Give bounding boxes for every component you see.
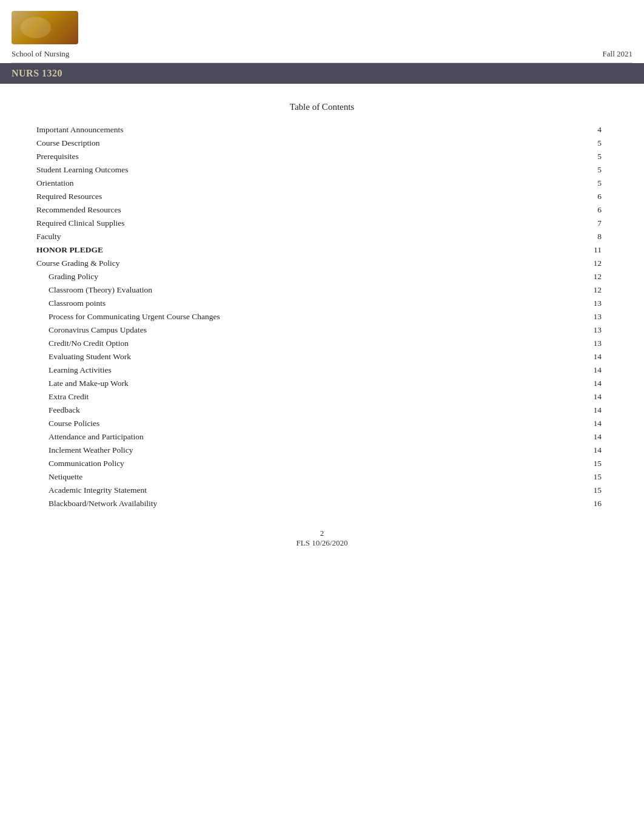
toc-row: Required Resources6 [36, 190, 608, 203]
toc-row: Learning Activities14 [36, 363, 608, 377]
header: School of Nursing Fall 2021 [0, 0, 644, 63]
toc-item-label: Required Resources [36, 190, 522, 203]
toc-row: Course Policies14 [36, 417, 608, 430]
toc-item-label: Academic Integrity Statement [36, 484, 522, 497]
toc-item-page: 7 [522, 217, 608, 230]
toc-item-page: 11 [522, 243, 608, 257]
toc-item-label: Coronavirus Campus Updates [36, 323, 522, 337]
page: School of Nursing Fall 2021 NURS 1320 Ta… [0, 0, 644, 835]
toc-item-label: Classroom points [36, 297, 522, 310]
toc-item-label: Course Description [36, 137, 522, 150]
toc-row: Communication Policy15 [36, 457, 608, 470]
toc-item-label: Blackboard/Network Availability [36, 497, 522, 510]
toc-item-page: 5 [522, 150, 608, 163]
toc-item-label: Required Clinical Supplies [36, 217, 522, 230]
toc-row: Course Grading & Policy12 [36, 257, 608, 270]
toc-table: Important Announcements4Course Descripti… [36, 123, 608, 510]
toc-row: Extra Credit14 [36, 390, 608, 404]
toc-item-page: 14 [522, 430, 608, 444]
toc-item-label: Student Learning Outcomes [36, 163, 522, 177]
toc-item-page: 5 [522, 177, 608, 190]
toc-row: HONOR PLEDGE11 [36, 243, 608, 257]
toc-item-label: Late and Make-up Work [36, 377, 522, 390]
toc-item-page: 14 [522, 377, 608, 390]
toc-row: Recommended Resources6 [36, 203, 608, 217]
toc-item-page: 15 [522, 457, 608, 470]
main-content: Table of Contents Important Announcement… [0, 84, 644, 584]
toc-item-page: 14 [522, 363, 608, 377]
toc-item-page: 12 [522, 270, 608, 283]
toc-item-page: 14 [522, 404, 608, 417]
toc-row: Classroom (Theory) Evaluation12 [36, 283, 608, 297]
toc-item-label: Course Grading & Policy [36, 257, 522, 270]
toc-item-page: 14 [522, 417, 608, 430]
toc-row: Classroom points13 [36, 297, 608, 310]
toc-item-page: 13 [522, 337, 608, 350]
school-name: School of Nursing [12, 49, 69, 59]
toc-item-label: Process for Communicating Urgent Course … [36, 310, 522, 323]
toc-item-label: Feedback [36, 404, 522, 417]
toc-row: Netiquette15 [36, 470, 608, 484]
toc-item-label: Orientation [36, 177, 522, 190]
toc-title: Table of Contents [36, 102, 608, 112]
toc-item-page: 6 [522, 203, 608, 217]
semester: Fall 2021 [603, 49, 632, 59]
toc-row: Feedback14 [36, 404, 608, 417]
toc-row: Coronavirus Campus Updates13 [36, 323, 608, 337]
footer-page-number: 2 [36, 529, 608, 538]
footer: 2 FLS 10/26/2020 [36, 529, 608, 560]
toc-item-label: Prerequisites [36, 150, 522, 163]
footer-label: FLS 10/26/2020 [36, 538, 608, 548]
toc-item-page: 15 [522, 470, 608, 484]
toc-row: Required Clinical Supplies7 [36, 217, 608, 230]
course-banner: NURS 1320 [0, 63, 644, 84]
toc-row: Blackboard/Network Availability16 [36, 497, 608, 510]
toc-item-page: 12 [522, 283, 608, 297]
toc-item-label: HONOR PLEDGE [36, 243, 522, 257]
toc-item-page: 15 [522, 484, 608, 497]
toc-item-page: 13 [522, 323, 608, 337]
toc-item-label: Learning Activities [36, 363, 522, 377]
toc-item-page: 5 [522, 163, 608, 177]
toc-item-label: Communication Policy [36, 457, 522, 470]
toc-item-label: Inclement Weather Policy [36, 444, 522, 457]
toc-item-label: Faculty [36, 230, 522, 243]
toc-item-label: Extra Credit [36, 390, 522, 404]
toc-item-page: 4 [522, 123, 608, 137]
course-code: NURS 1320 [12, 68, 62, 78]
toc-item-label: Classroom (Theory) Evaluation [36, 283, 522, 297]
toc-item-label: Evaluating Student Work [36, 350, 522, 363]
toc-row: Academic Integrity Statement15 [36, 484, 608, 497]
toc-row: Course Description5 [36, 137, 608, 150]
toc-item-page: 14 [522, 350, 608, 363]
toc-row: Orientation5 [36, 177, 608, 190]
toc-row: Credit/No Credit Option13 [36, 337, 608, 350]
university-logo [12, 11, 78, 44]
toc-item-page: 14 [522, 444, 608, 457]
toc-item-page: 8 [522, 230, 608, 243]
header-meta: School of Nursing Fall 2021 [12, 49, 632, 63]
toc-item-page: 14 [522, 390, 608, 404]
toc-item-page: 13 [522, 297, 608, 310]
toc-row: Evaluating Student Work14 [36, 350, 608, 363]
toc-item-page: 16 [522, 497, 608, 510]
toc-item-page: 5 [522, 137, 608, 150]
toc-row: Student Learning Outcomes5 [36, 163, 608, 177]
toc-item-page: 6 [522, 190, 608, 203]
toc-item-page: 12 [522, 257, 608, 270]
toc-row: Prerequisites5 [36, 150, 608, 163]
toc-row: Faculty8 [36, 230, 608, 243]
toc-row: Process for Communicating Urgent Course … [36, 310, 608, 323]
toc-item-label: Credit/No Credit Option [36, 337, 522, 350]
toc-item-label: Grading Policy [36, 270, 522, 283]
toc-row: Late and Make-up Work14 [36, 377, 608, 390]
toc-row: Attendance and Participation14 [36, 430, 608, 444]
toc-item-label: Important Announcements [36, 123, 522, 137]
toc-item-label: Attendance and Participation [36, 430, 522, 444]
toc-row: Important Announcements4 [36, 123, 608, 137]
toc-item-label: Course Policies [36, 417, 522, 430]
toc-item-page: 13 [522, 310, 608, 323]
toc-item-label: Netiquette [36, 470, 522, 484]
toc-row: Grading Policy12 [36, 270, 608, 283]
toc-item-label: Recommended Resources [36, 203, 522, 217]
